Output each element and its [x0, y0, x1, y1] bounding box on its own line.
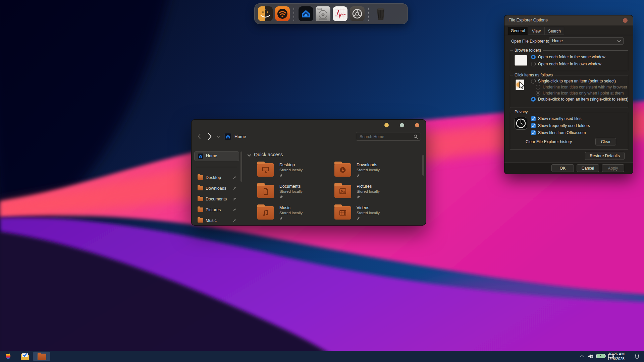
file-explorer-window: Home Home Desktop Downloads [191, 119, 426, 226]
radio-double-click[interactable] [531, 97, 536, 102]
pin-icon [233, 176, 236, 179]
tray-notification-bell-icon[interactable] [634, 353, 640, 360]
activity-monitor-icon[interactable] [333, 6, 347, 21]
tile-name[interactable]: Videos [357, 205, 369, 210]
checkbox-recent-files[interactable] [531, 116, 536, 121]
checkbox-frequent-folders[interactable] [531, 123, 536, 128]
tile-status: Stored locally [357, 168, 380, 172]
radio-same-window[interactable] [531, 55, 536, 59]
checkbox-label[interactable]: Show frequently used folders [538, 123, 590, 128]
taskbar-folder-options-icon[interactable] [20, 352, 30, 361]
trash-icon[interactable] [373, 6, 388, 21]
tile-name[interactable]: Documents [279, 184, 301, 189]
tab-search[interactable]: Search [545, 27, 564, 35]
privacy-group: Privacy Show recently used files Show fr… [510, 112, 628, 149]
search-box[interactable] [356, 132, 421, 141]
sidebar-scrollbar[interactable] [240, 152, 242, 182]
radio-label[interactable]: Double-click to open an item (single-cli… [538, 97, 628, 102]
sidebar-item-label: Desktop [206, 175, 221, 180]
dialog-footer: OK Cancel Apply [504, 162, 633, 174]
dialog-close-icon[interactable] [623, 18, 628, 23]
cancel-button[interactable]: Cancel [577, 164, 599, 172]
sidebar-item-documents[interactable]: Documents [194, 195, 239, 204]
tile-name[interactable]: Pictures [357, 184, 372, 189]
recent-locations-chevron-icon[interactable] [216, 135, 220, 138]
apple-menu-icon[interactable] [4, 353, 12, 361]
folder-icon [198, 218, 203, 223]
tile-name[interactable]: Desktop [279, 163, 295, 167]
checkbox-label[interactable]: Show files from Office.com [538, 130, 586, 135]
checkbox-label[interactable]: Show recently used files [538, 116, 581, 121]
back-icon[interactable] [197, 133, 202, 140]
open-to-dropdown[interactable]: Home [549, 37, 624, 45]
finder-icon[interactable] [258, 6, 273, 21]
sidebar-item-label: Music [206, 218, 217, 223]
videos-folder-icon[interactable] [334, 206, 351, 220]
search-input[interactable] [359, 133, 411, 141]
radio-own-window[interactable] [531, 62, 536, 66]
tile-name[interactable]: Music [279, 205, 290, 210]
mouse-cursor [519, 81, 525, 89]
dialog-titlebar[interactable]: File Explorer Options [504, 15, 633, 25]
sidebar-item-label: Pictures [206, 207, 221, 212]
sidebar-item-label: Documents [206, 197, 227, 201]
radio-label[interactable]: Open each folder in the same window [538, 55, 605, 59]
quick-access-chevron-icon[interactable] [247, 154, 252, 157]
music-folder-icon[interactable] [257, 206, 274, 220]
pictures-folder-icon[interactable] [334, 185, 351, 198]
open-to-value: Home [552, 39, 563, 43]
radio-label: Underline icon titles only when I point … [543, 91, 624, 96]
sidebar-item-downloads[interactable]: Downloads [194, 184, 239, 193]
tray-volume-icon[interactable] [588, 354, 594, 359]
tray-time-text: 10:26 AM [607, 352, 625, 357]
clear-button[interactable]: Clear [595, 138, 616, 145]
tile-name[interactable]: Downloads [357, 163, 377, 167]
tile-status: Stored locally [357, 189, 380, 193]
downloads-folder-icon[interactable] [334, 163, 351, 177]
sidebar-item-pictures[interactable]: Pictures [194, 205, 239, 215]
radio-label[interactable]: Open each folder in its own window [538, 62, 601, 66]
close-button[interactable] [415, 123, 419, 127]
minimize-button[interactable] [384, 123, 389, 127]
desktop: Home Home Desktop Downloads [0, 0, 644, 362]
ok-button[interactable]: OK [551, 164, 574, 172]
network-icon[interactable] [275, 6, 290, 21]
hard-disk-icon[interactable] [316, 6, 330, 21]
tile-status: Stored locally [279, 168, 303, 172]
tray-battery-icon[interactable] [596, 354, 605, 358]
sidebar-home-icon [198, 154, 203, 159]
tab-general[interactable]: General [508, 26, 528, 35]
sidebar-item-home[interactable]: Home [194, 151, 239, 161]
taskbar: 10:26 AM 12/8/2025 [0, 351, 644, 362]
tile-status: Stored locally [279, 211, 303, 215]
content-scrollbar[interactable] [422, 155, 424, 176]
apply-button[interactable]: Apply [602, 164, 624, 172]
sidebar-item-desktop[interactable]: Desktop [194, 173, 239, 183]
quick-access-title[interactable]: Quick access [254, 152, 283, 157]
radio-label: Underline icon titles consistent with my… [543, 85, 627, 89]
documents-folder-icon[interactable] [257, 185, 274, 198]
sidebar-divider [196, 167, 237, 167]
tile-status: Stored locally [279, 189, 303, 193]
sidebar-item-music[interactable]: Music [194, 216, 239, 226]
taskbar-explorer-active[interactable] [33, 352, 50, 361]
dock [254, 3, 408, 24]
pin-icon [279, 217, 283, 220]
tab-view[interactable]: View [528, 27, 545, 35]
dialog-title: File Explorer Options [508, 18, 548, 22]
restore-defaults-button[interactable]: Restore Defaults [585, 152, 625, 160]
checkbox-office-files[interactable] [531, 130, 536, 135]
maximize-button[interactable] [400, 123, 404, 127]
radio-single-click[interactable] [531, 79, 536, 83]
tray-chevron-up-icon[interactable] [580, 355, 584, 358]
desktop-folder-icon[interactable] [257, 163, 274, 177]
radio-label[interactable]: Single-click to open an item (point to s… [538, 79, 616, 83]
address-text[interactable]: Home [234, 134, 246, 139]
pin-icon [233, 186, 236, 190]
pin-icon [279, 174, 283, 177]
pin-icon [233, 219, 236, 222]
home-app-icon[interactable] [299, 6, 313, 21]
tray-clock[interactable]: 10:26 AM 12/8/2025 [607, 352, 625, 361]
forward-icon[interactable] [207, 132, 212, 140]
settings-icon[interactable] [350, 6, 365, 21]
